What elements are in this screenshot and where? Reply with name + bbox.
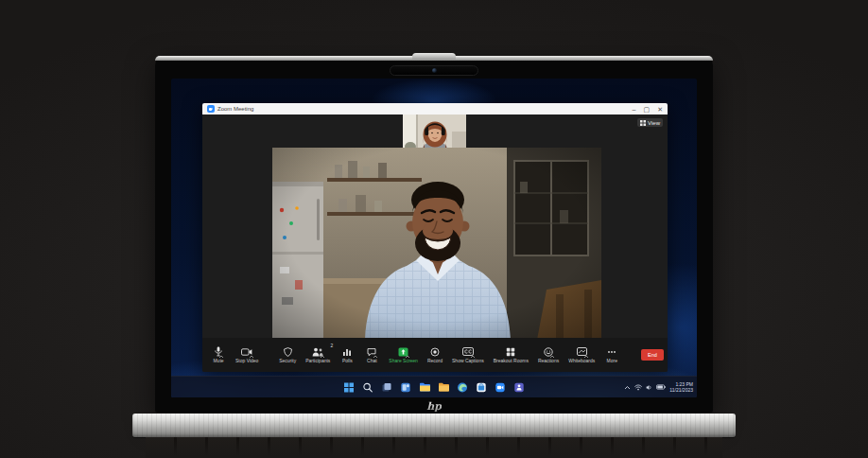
breakout-rooms-icon	[506, 347, 515, 357]
zoom-meeting-window[interactable]: Zoom Meeting – ▢ ✕ View	[202, 103, 668, 372]
chevron-up-icon	[373, 355, 378, 359]
share-screen-label: Share Screen	[389, 359, 418, 363]
polls-label: Polls	[342, 359, 353, 363]
meeting-toolbar: Mute Stop Video	[202, 338, 668, 372]
security-label: Security	[279, 359, 296, 363]
window-titlebar[interactable]: Zoom Meeting – ▢ ✕	[202, 103, 668, 114]
toolbar-audio-video-group: Mute Stop Video	[206, 338, 263, 372]
webcam-lens-icon	[432, 68, 437, 73]
whiteboards-button[interactable]: Whiteboards	[564, 338, 599, 372]
laptop-base	[132, 414, 736, 458]
record-button[interactable]: Record	[423, 338, 447, 372]
search-icon[interactable]	[362, 381, 374, 394]
show-captions-button[interactable]: Show Captions	[447, 338, 489, 372]
security-button[interactable]: Security	[274, 338, 301, 372]
whiteboards-label: Whiteboards	[568, 359, 595, 363]
more-icon	[607, 347, 616, 357]
laptop-lid-tab	[412, 53, 456, 60]
record-icon	[430, 347, 440, 357]
laptop-scene: Zoom Meeting – ▢ ✕ View	[0, 0, 868, 458]
end-meeting-button[interactable]: End	[641, 349, 664, 361]
view-button[interactable]: View	[637, 118, 663, 127]
chevron-up-icon	[320, 355, 325, 359]
grid-view-icon	[640, 120, 646, 126]
reactions-button[interactable]: Reactions	[533, 338, 564, 372]
window-minimize-button[interactable]: –	[633, 106, 636, 113]
polls-icon	[342, 347, 352, 357]
teams-icon[interactable]	[513, 381, 526, 394]
stop-video-label: Stop Video	[235, 359, 258, 363]
task-view-icon[interactable]	[381, 381, 393, 394]
breakout-rooms-button[interactable]: Breakout Rooms	[489, 338, 533, 372]
toolbar-feature-group: Security 2 Participants	[274, 338, 624, 372]
folder-icon[interactable]	[438, 381, 450, 394]
participants-count-badge: 2	[331, 343, 334, 348]
volume-icon[interactable]	[646, 384, 652, 391]
reactions-label: Reactions	[538, 359, 559, 363]
woman-with-headphones-video	[403, 114, 466, 152]
chevron-up-tray-icon[interactable]	[624, 385, 631, 390]
window-title: Zoom Meeting	[217, 106, 253, 112]
widgets-icon[interactable]	[400, 381, 412, 394]
polls-button[interactable]: Polls	[335, 338, 359, 372]
battery-icon[interactable]	[656, 384, 666, 390]
edge-icon[interactable]	[457, 381, 469, 394]
more-button[interactable]: More	[599, 338, 624, 372]
wifi-icon[interactable]	[634, 384, 642, 391]
start-icon[interactable]	[343, 381, 356, 394]
chevron-up-icon	[583, 355, 589, 359]
window-close-button[interactable]: ✕	[657, 106, 663, 113]
chevron-up-icon	[405, 355, 410, 359]
meeting-area: View	[202, 114, 668, 372]
view-button-label: View	[648, 120, 660, 126]
breakout-rooms-label: Breakout Rooms	[494, 359, 529, 363]
share-screen-button[interactable]: Share Screen	[384, 338, 423, 372]
man-smiling-in-kitchen-video	[272, 148, 601, 340]
participants-label: Participants	[305, 359, 330, 363]
record-label: Record	[427, 359, 443, 363]
stop-video-button[interactable]: Stop Video	[231, 338, 263, 372]
mute-label: Mute	[213, 359, 223, 363]
window-maximize-button[interactable]: ▢	[644, 106, 651, 113]
zoom-logo-icon	[207, 105, 215, 113]
more-label: More	[607, 359, 617, 363]
chevron-up-icon	[218, 355, 224, 359]
shield-icon	[284, 347, 292, 357]
laptop-lid: Zoom Meeting – ▢ ✕ View	[155, 56, 713, 413]
chat-button[interactable]: Chat	[359, 338, 384, 372]
chevron-up-icon	[470, 355, 476, 359]
chevron-up-icon	[549, 355, 555, 359]
store-icon[interactable]	[476, 381, 488, 394]
participants-button[interactable]: 2 Participants	[301, 338, 335, 372]
active-speaker-video[interactable]	[272, 148, 601, 340]
laptop-hinge	[132, 414, 736, 437]
taskbar-center-icons	[343, 377, 526, 397]
participant-thumbnail-video[interactable]	[403, 114, 466, 152]
system-tray[interactable]: 1:23 PM 11/21/2023	[624, 377, 693, 397]
laptop-keyboard	[146, 437, 722, 458]
mute-button[interactable]: Mute	[206, 338, 231, 372]
hp-logo: hp	[426, 401, 442, 412]
show-captions-label: Show Captions	[452, 359, 484, 363]
webcam-module	[390, 65, 478, 76]
clock-date: 11/21/2023	[669, 387, 693, 393]
chat-label: Chat	[367, 359, 377, 363]
taskbar-clock[interactable]: 1:23 PM 11/21/2023	[669, 381, 693, 393]
laptop-screen: Zoom Meeting – ▢ ✕ View	[171, 79, 697, 397]
file-explorer-icon[interactable]	[419, 381, 431, 394]
zoom-app-icon[interactable]	[495, 381, 507, 394]
windows-taskbar[interactable]: 1:23 PM 11/21/2023	[171, 376, 697, 397]
chevron-up-icon	[249, 355, 254, 359]
